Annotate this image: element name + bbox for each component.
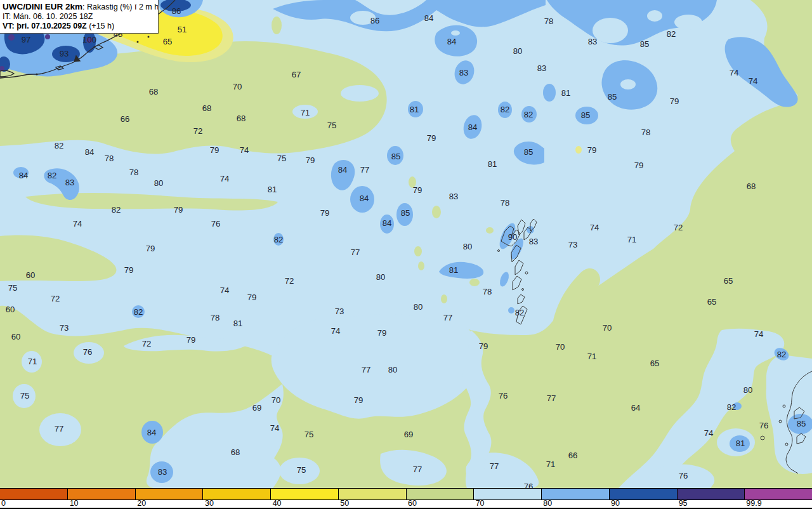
map-value-label: 70 (233, 82, 242, 91)
map-value-label: 73 (335, 307, 344, 316)
map-value-label: 78 (105, 154, 114, 163)
map-value-label: 80 (743, 385, 753, 395)
map-value-label: 74 (220, 174, 230, 183)
map-value-label: 75 (8, 283, 18, 293)
color-scale-tick-label: 70 (476, 499, 485, 507)
map-value-label: 73 (60, 323, 69, 333)
map-value-label: 73 (568, 240, 578, 249)
map-value-label: 77 (443, 313, 453, 322)
map-value-label: 71 (301, 108, 310, 117)
map-value-label: 80 (388, 365, 398, 374)
map-value-label: 78 (501, 198, 510, 208)
map-value-label: 74 (704, 428, 714, 438)
map-value-label: 79 (354, 395, 363, 405)
map-value-label: 82 (112, 205, 121, 215)
map-value-label: 93 (60, 49, 69, 58)
map-value-label: 85 (608, 92, 617, 102)
map-value-label: 72 (674, 223, 683, 232)
map-value-label: 78 (129, 168, 139, 177)
map-value-label: 76 (211, 219, 221, 228)
map-value-label: 82 (134, 307, 143, 317)
map-value-label: 77 (360, 165, 370, 175)
map-value-label: 82 (515, 308, 525, 317)
map-value-label: 82 (777, 350, 787, 359)
map-value-label: 82 (55, 141, 64, 150)
color-scale-segment (407, 489, 475, 499)
map-value-label: 74 (749, 76, 758, 86)
map-value-label: 78 (483, 287, 492, 296)
map-value-label: 84 (19, 171, 29, 180)
map-value-label: 84 (360, 194, 369, 203)
map-value-label: 76 (499, 391, 508, 400)
map-value-label: 76 (524, 482, 534, 489)
map-value-label: 74 (73, 219, 82, 228)
map-value-label: 83 (158, 467, 167, 477)
color-scale-segment (68, 489, 136, 499)
map-value-label: 85 (391, 152, 401, 161)
map-value-label: 65 (163, 37, 173, 46)
map-value-label: 74 (730, 68, 739, 77)
map-value-label: 78 (641, 128, 651, 137)
map-value-label: 80 (463, 242, 473, 251)
map-value-label: 79 (174, 205, 183, 215)
map-value-label: 79 (247, 293, 257, 302)
map-value-label: 72 (193, 126, 203, 136)
map-value-label: 77 (547, 393, 556, 403)
map-value-label: 85 (401, 208, 410, 218)
map-value-label: 83 (588, 37, 598, 46)
valid-time-tail: (+15 h) (87, 22, 114, 30)
map-value-label: 84 (447, 37, 457, 46)
weather-map-viewer: 8651486597100937068686668728284787974868… (0, 0, 812, 509)
color-scale-segment (271, 489, 339, 499)
map-value-label: 74 (220, 286, 230, 295)
map-value-label: 74 (754, 329, 764, 339)
color-scale-tick-label: 30 (205, 499, 214, 507)
map-value-label: 84 (424, 13, 434, 23)
map-value-label: 71 (28, 357, 37, 366)
map-value-label: 81 (736, 439, 745, 448)
map-value-label: 90 (508, 232, 518, 242)
map-value-label: 68 (237, 114, 246, 123)
color-scale-segment (610, 489, 678, 499)
map-value-label: 82 (274, 235, 284, 244)
map-value-label: 72 (142, 339, 152, 348)
color-scale-segment (745, 489, 812, 499)
map-value-label: 75 (304, 430, 314, 439)
color-scale-segment (339, 489, 407, 499)
map-value-label: 76 (679, 471, 688, 480)
map-value-label: 79 (670, 96, 679, 106)
map-value-label: 100 (82, 35, 96, 44)
map-value-label: 76 (759, 421, 769, 430)
map-value-label: 74 (270, 423, 280, 433)
map-value-label: 60 (6, 305, 15, 314)
map-value-label: 82 (667, 29, 676, 39)
parameter-name: : Rakastig (%) í 2 m hæð (82, 3, 159, 11)
map-value-label: 79 (634, 161, 644, 170)
color-scale-segment (0, 489, 68, 499)
map-value-label: 77 (362, 365, 371, 374)
model-name: UWC/DINI EUR 2km (3, 2, 82, 11)
map-value-label: 77 (55, 424, 64, 433)
color-scale-segment (542, 489, 610, 499)
map-value-label: 72 (51, 294, 60, 303)
map-value-label: 79 (187, 335, 196, 345)
valid-time-main: VT: þri. 07.10.2025 09Z (3, 22, 87, 30)
map-value-label: 68 (149, 87, 159, 96)
map-value-label: 81 (561, 88, 571, 98)
map-value-label: 69 (252, 403, 262, 413)
map-value-label: 82 (501, 105, 510, 114)
map-value-label: 79 (377, 328, 387, 338)
map-value-label: 66 (121, 114, 130, 124)
map-value-label: 80 (513, 46, 523, 56)
map-value-label: 82 (727, 402, 737, 412)
color-scale-tick-label: 50 (340, 499, 349, 507)
map-value-label: 70 (272, 395, 281, 405)
map-value-label: 85 (581, 110, 591, 120)
map-value-label: 81 (449, 265, 459, 275)
map-value-label: 71 (546, 459, 556, 469)
map-value-label: 79 (320, 208, 330, 218)
map-value-label: 71 (587, 352, 597, 361)
map-value-label: 81 (268, 185, 277, 194)
map-value-label: 84 (338, 165, 348, 175)
map-value-label: 83 (449, 192, 459, 201)
